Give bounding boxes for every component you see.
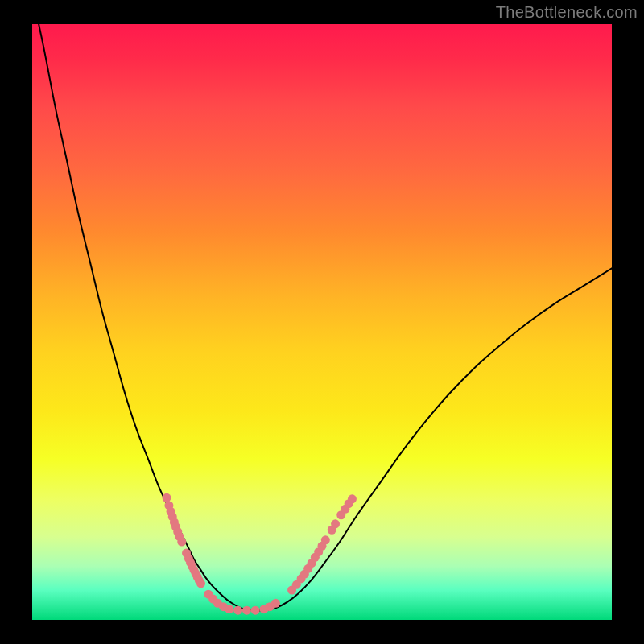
- watermark-text: TheBottleneck.com: [496, 3, 638, 22]
- data-marker: [225, 605, 233, 613]
- plot-area: [32, 24, 612, 620]
- chart-frame: TheBottleneck.com: [0, 0, 644, 644]
- data-marker: [196, 579, 205, 588]
- data-marker: [251, 606, 260, 615]
- data-marker: [233, 606, 242, 615]
- data-marker: [321, 535, 330, 544]
- data-marker: [242, 606, 251, 615]
- data-marker: [348, 494, 357, 503]
- data-marker: [271, 599, 280, 608]
- data-marker: [331, 519, 340, 528]
- bottleneck-curve: [32, 24, 612, 610]
- chart-svg: [32, 24, 612, 620]
- data-marker: [163, 493, 171, 502]
- data-marker: [177, 538, 186, 547]
- curve-layer: [32, 24, 612, 610]
